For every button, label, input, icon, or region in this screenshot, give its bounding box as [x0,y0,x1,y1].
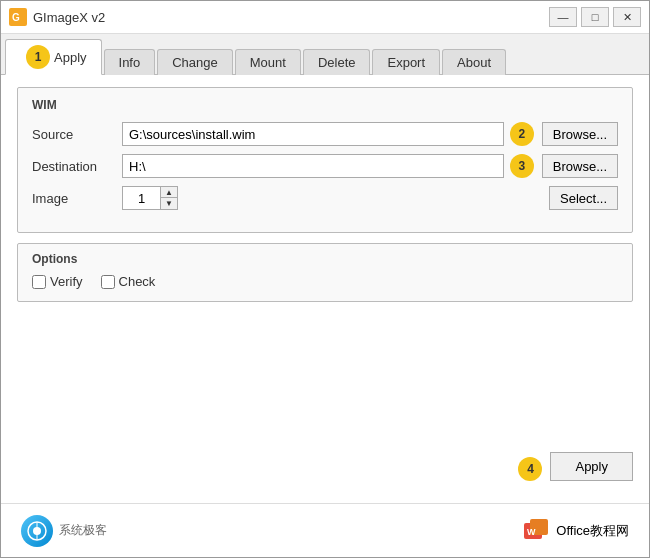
tab-info[interactable]: Info [104,49,156,75]
image-row: Image ▲ ▼ Select... [32,186,618,210]
footer-left: 系统极客 [21,515,107,547]
destination-browse-button[interactable]: Browse... [542,154,618,178]
options-title: Options [32,252,618,266]
close-button[interactable]: ✕ [613,7,641,27]
check-checkbox[interactable] [101,275,115,289]
destination-label: Destination [32,159,122,174]
svg-text:G: G [12,12,20,23]
svg-text:W: W [527,527,536,537]
footer-right: W Office教程网 [522,517,629,545]
image-value-input[interactable] [122,186,160,210]
destination-input[interactable] [122,154,504,178]
spinner-up-button[interactable]: ▲ [161,187,177,198]
footer: 系统极客 W Office教程网 [1,503,649,557]
tab-delete-label: Delete [318,55,356,70]
destination-row: Destination 3 Browse... [32,154,618,178]
app-icon: G [9,8,27,26]
source-browse-button[interactable]: Browse... [542,122,618,146]
badge-3: 3 [510,154,534,178]
tab-mount[interactable]: Mount [235,49,301,75]
title-bar: G GImageX v2 — □ ✕ [1,1,649,34]
check-label: Check [119,274,156,289]
source-input[interactable] [122,122,504,146]
tab-apply-label: Apply [54,50,87,65]
spinner-arrows: ▲ ▼ [160,186,178,210]
badge-2: 2 [510,122,534,146]
bottom-area: 4 Apply [17,302,633,491]
tab-delete[interactable]: Delete [303,49,371,75]
maximize-button[interactable]: □ [581,7,609,27]
tab-change[interactable]: Change [157,49,233,75]
image-spinner: ▲ ▼ [122,186,178,210]
options-section: Options Verify Check [17,243,633,302]
select-button[interactable]: Select... [549,186,618,210]
tab-about[interactable]: About [442,49,506,75]
check-checkbox-label[interactable]: Check [101,274,156,289]
spinner-down-button[interactable]: ▼ [161,198,177,209]
footer-left-text: 系统极客 [59,522,107,539]
apply-button[interactable]: Apply [550,452,633,481]
main-window: G GImageX v2 — □ ✕ 1 Apply Info Change M… [0,0,650,558]
source-row: Source 2 Browse... [32,122,618,146]
title-bar-left: G GImageX v2 [9,8,105,26]
tab-export-label: Export [387,55,425,70]
verify-checkbox-label[interactable]: Verify [32,274,83,289]
content-area: WIM Source 2 Browse... Destination 3 Bro… [1,75,649,503]
tab-bar: 1 Apply Info Change Mount Delete Export … [1,34,649,75]
tab-about-label: About [457,55,491,70]
tab-export[interactable]: Export [372,49,440,75]
image-label: Image [32,191,122,206]
footer-logo-icon [21,515,53,547]
badge-4: 4 [518,457,542,481]
wim-section: WIM Source 2 Browse... Destination 3 Bro… [17,87,633,233]
verify-label: Verify [50,274,83,289]
badge-1: 1 [26,45,50,69]
options-checkboxes: Verify Check [32,274,618,289]
wim-section-title: WIM [32,98,618,112]
office-icon: W [522,517,550,545]
verify-checkbox[interactable] [32,275,46,289]
tab-change-label: Change [172,55,218,70]
title-text: GImageX v2 [33,10,105,25]
title-bar-controls: — □ ✕ [549,7,641,27]
minimize-button[interactable]: — [549,7,577,27]
tab-mount-label: Mount [250,55,286,70]
tab-apply[interactable]: 1 Apply [5,39,102,75]
footer-right-text: Office教程网 [556,522,629,540]
source-label: Source [32,127,122,142]
tab-info-label: Info [119,55,141,70]
